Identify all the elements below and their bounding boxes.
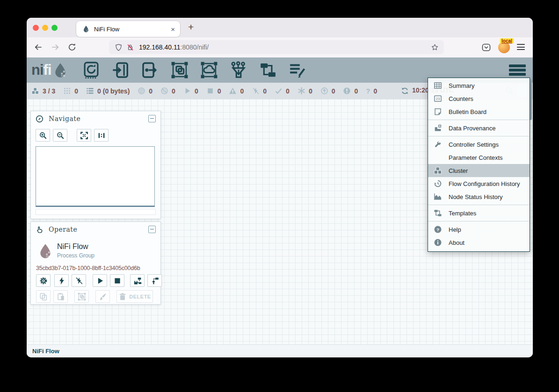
delete-button: DELETE xyxy=(116,290,153,303)
browser-window: NiFi Flow × + 192.168.40.11:8080/nifi/ l… xyxy=(27,18,533,357)
menu-divider xyxy=(428,205,530,205)
insecure-lock-icon[interactable] xyxy=(126,43,134,51)
browser-menu-icon[interactable] xyxy=(517,44,525,52)
process-group-drop-icon xyxy=(37,242,53,260)
bookmark-star-icon[interactable] xyxy=(431,43,439,51)
cluster-cubes-icon xyxy=(31,87,39,95)
navigate-minimize-button[interactable] xyxy=(148,115,156,122)
flow-name: NiFi Flow xyxy=(57,242,88,251)
menu-divider xyxy=(428,136,530,136)
disable-button[interactable] xyxy=(72,274,86,287)
browser-tab[interactable]: NiFi Flow × xyxy=(76,21,180,37)
menu-item-cluster[interactable]: Cluster xyxy=(428,164,530,177)
threads-grid-icon xyxy=(63,87,71,95)
menu-item-help[interactable]: Help xyxy=(428,223,530,236)
template-component-icon[interactable] xyxy=(259,61,277,79)
modified-stale-exclamation-icon xyxy=(343,87,351,95)
transmitting-status: 0 xyxy=(138,87,152,95)
invalid-warning-icon xyxy=(229,87,237,95)
pocket-icon[interactable] xyxy=(481,43,491,52)
note-icon xyxy=(434,107,442,116)
not-transmitting-status: 0 xyxy=(160,87,175,95)
history-icon xyxy=(434,179,442,188)
compass-icon xyxy=(36,115,44,123)
menu-item-node-status-history[interactable]: Node Status History xyxy=(428,190,530,203)
menu-divider xyxy=(428,120,530,120)
logo-ni-text: ni xyxy=(31,62,44,78)
flow-id: 35cbd3b7-017b-1000-8bff-1c3405c00d6b xyxy=(36,265,140,271)
menu-item-templates[interactable]: Templates xyxy=(428,207,530,220)
menu-item-data-provenance[interactable]: Data Provenance xyxy=(428,121,530,135)
logo-fi-text: fi xyxy=(44,62,51,78)
browser-navbar: 192.168.40.11:8080/nifi/ local xyxy=(27,37,533,58)
reload-icon[interactable] xyxy=(67,43,77,52)
navigate-title: Navigate xyxy=(49,115,148,122)
global-menu-icon[interactable] xyxy=(509,64,526,77)
start-button[interactable] xyxy=(93,274,107,287)
url-bar[interactable]: 192.168.40.11:8080/nifi/ xyxy=(109,40,444,54)
remote-process-group-component-icon[interactable] xyxy=(200,61,218,79)
menu-item-about[interactable]: About xyxy=(428,236,530,249)
new-tab-button[interactable]: + xyxy=(188,21,194,33)
close-window-button[interactable] xyxy=(33,25,39,31)
stop-button[interactable] xyxy=(110,274,124,287)
refresh-icon[interactable] xyxy=(401,87,409,95)
sync-failure-question-icon: ? xyxy=(366,87,370,95)
operate-minimize-button[interactable] xyxy=(148,226,156,233)
menu-item-summary[interactable]: Summary xyxy=(428,79,530,92)
zoom-fit-button[interactable] xyxy=(77,129,91,142)
disabled-status: 0 xyxy=(252,87,267,95)
zoom-actual-size-button[interactable] xyxy=(94,129,109,142)
zoom-in-button[interactable] xyxy=(36,129,50,142)
menu-item-counters[interactable]: Counters xyxy=(428,92,530,105)
running-status: 0 xyxy=(183,87,198,95)
browser-titlebar: NiFi Flow × + xyxy=(27,18,533,37)
back-icon[interactable] xyxy=(34,43,43,52)
copy-button xyxy=(36,290,51,303)
configure-button[interactable] xyxy=(36,274,51,287)
flow-type: Process Group xyxy=(57,252,94,259)
not-transmitting-icon xyxy=(160,87,168,95)
info-circle-icon xyxy=(434,238,442,247)
url-suffix: :8080/nifi/ xyxy=(181,43,209,51)
zoom-out-button[interactable] xyxy=(53,129,67,142)
minimize-window-button[interactable] xyxy=(42,25,48,31)
template-icon xyxy=(434,209,442,217)
running-play-icon xyxy=(183,87,191,95)
cluster-cubes-icon xyxy=(434,166,442,175)
nifi-logo: nifi xyxy=(31,62,68,78)
label-component-icon[interactable] xyxy=(289,61,306,79)
operate-palette: Operate NiFi Flow Process Group 35cbd3b7… xyxy=(30,221,161,305)
queued-status: 0 (0 bytes) xyxy=(86,87,130,95)
menu-item-parameter-contexts[interactable]: Parameter Contexts xyxy=(428,151,530,164)
funnel-component-icon[interactable] xyxy=(230,61,247,79)
shield-icon[interactable] xyxy=(115,43,123,51)
upload-template-button[interactable] xyxy=(147,274,162,287)
forward-icon xyxy=(51,43,60,52)
paste-button xyxy=(53,290,68,303)
active-threads-status: 0 xyxy=(63,87,78,95)
provenance-icon xyxy=(434,124,442,132)
breadcrumb[interactable]: NiFi Flow xyxy=(32,348,59,355)
counter-icon xyxy=(434,94,442,103)
container-badge: local xyxy=(500,38,514,43)
operate-actions-row1 xyxy=(36,274,162,287)
input-port-component-icon[interactable] xyxy=(112,61,130,79)
global-menu: Summary Counters Bulletin Board Data Pro… xyxy=(428,78,530,252)
process-group-component-icon[interactable] xyxy=(171,61,189,79)
maximize-window-button[interactable] xyxy=(51,25,58,31)
menu-item-controller-settings[interactable]: Controller Settings xyxy=(428,138,530,151)
enable-button[interactable] xyxy=(54,274,69,287)
menu-item-bulletin-board[interactable]: Bulletin Board xyxy=(428,105,530,118)
url-text[interactable]: 192.168.40.11:8080/nifi/ xyxy=(139,43,431,51)
invalid-status: 0 xyxy=(229,87,244,95)
operate-header: Operate xyxy=(31,222,160,237)
save-template-button[interactable] xyxy=(130,274,145,287)
question-circle-icon xyxy=(434,225,442,234)
processor-component-icon[interactable] xyxy=(82,61,100,79)
menu-item-flow-configuration-history[interactable]: Flow Configuration History xyxy=(428,177,530,190)
close-tab-icon[interactable]: × xyxy=(171,26,175,33)
output-port-component-icon[interactable] xyxy=(141,61,159,79)
up-to-date-status: 0 xyxy=(275,87,290,95)
birdseye-view[interactable] xyxy=(36,146,155,207)
